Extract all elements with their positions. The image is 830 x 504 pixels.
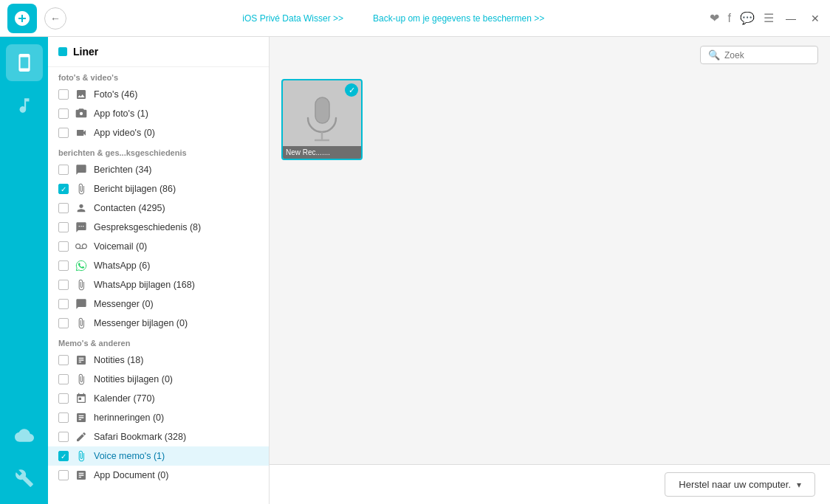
checkbox-herinneringen[interactable]	[58, 412, 69, 423]
checkbox-contacten[interactable]	[58, 203, 69, 213]
checkbox-kalender[interactable]	[58, 393, 69, 404]
tree-item-herinneringen[interactable]: herinneringen (0)	[48, 408, 269, 427]
close-button[interactable]: ✕	[808, 13, 823, 24]
tree-item-fotos[interactable]: Foto's (46)	[48, 85, 269, 104]
whatsapp-bijlagen-label: WhatsApp bijlagen (168)	[94, 280, 258, 290]
titlebar: ← iOS Privé Data Wisser >> Back-up om je…	[0, 0, 830, 37]
whatsapp-icon	[75, 259, 88, 272]
tree-item-gespreksgeschiedenis[interactable]: Gespreksgeschiedenis (8)	[48, 218, 269, 237]
nav-item-phone[interactable]	[6, 44, 43, 81]
section-label-memos: Memo's & anderen	[48, 333, 269, 351]
phone-icon	[15, 53, 34, 72]
thumb-label: New Rec.......	[283, 146, 361, 159]
tree-item-whatsapp[interactable]: WhatsApp (6)	[48, 256, 269, 275]
app-videos-icon	[75, 126, 88, 139]
checkbox-voicemail[interactable]	[58, 241, 69, 252]
notities-icon	[75, 353, 88, 367]
svg-rect-0	[315, 97, 329, 123]
menu-icon[interactable]: ☰	[764, 11, 774, 25]
checkbox-safari-bookmark[interactable]	[58, 432, 69, 442]
tree-item-app-document[interactable]: App Document (0)	[48, 466, 269, 485]
whatsapp-label: WhatsApp (6)	[94, 260, 258, 271]
nav-item-tools[interactable]	[6, 460, 43, 497]
sidebar-nav	[0, 37, 48, 504]
tree-item-app-videos[interactable]: App video's (0)	[48, 123, 269, 142]
voice-memo-icon	[75, 449, 88, 463]
back-button[interactable]: ←	[44, 7, 66, 30]
tools-icon	[15, 469, 34, 488]
checkbox-app-videos[interactable]	[58, 128, 69, 138]
search-icon: 🔍	[708, 49, 720, 61]
voicemail-icon	[75, 240, 88, 253]
checkbox-notities-bijlagen[interactable]	[58, 374, 69, 384]
bericht-bijlagen-icon	[75, 182, 88, 196]
safari-bookmark-icon	[75, 430, 88, 443]
checkbox-fotos[interactable]	[58, 89, 69, 100]
content-header: 🔍	[270, 37, 830, 73]
tree-item-app-fotos[interactable]: App foto's (1)	[48, 104, 269, 123]
tree-item-messenger-bijlagen[interactable]: Messenger bijlagen (0)	[48, 314, 269, 333]
chat-icon[interactable]: 💬	[740, 11, 755, 25]
tree-item-notities[interactable]: Notities (18)	[48, 351, 269, 370]
app-videos-label: App video's (0)	[94, 128, 258, 138]
checkbox-app-document[interactable]	[58, 470, 69, 480]
liner-dot	[58, 47, 67, 56]
checkbox-whatsapp-bijlagen[interactable]	[58, 280, 69, 290]
left-panel: Liner foto's & video's Foto's (46) App f…	[48, 37, 270, 504]
tree-item-voicemail[interactable]: Voicemail (0)	[48, 237, 269, 256]
tree-item-kalender[interactable]: Kalender (770)	[48, 389, 269, 408]
search-box[interactable]: 🔍	[700, 46, 818, 64]
restore-button[interactable]: Herstel naar uw computer. ▾	[665, 472, 815, 497]
backup-link[interactable]: Back-up om je gegevens te beschermen >>	[373, 13, 544, 24]
checkbox-bericht-bijlagen[interactable]	[58, 184, 69, 194]
microphone-graphic	[302, 96, 343, 144]
plus-icon	[13, 10, 31, 27]
content-grid: ✓ New Rec.......	[270, 73, 830, 464]
whatsapp-bijlagen-icon	[75, 278, 88, 291]
key-icon[interactable]: ❤	[710, 11, 719, 25]
minimize-button[interactable]: —	[783, 13, 799, 24]
kalender-icon	[75, 392, 88, 405]
chevron-down-icon: ▾	[797, 480, 801, 490]
titlebar-links: iOS Privé Data Wisser >> Back-up om je g…	[78, 13, 710, 24]
tree-item-contacten[interactable]: Contacten (4295)	[48, 199, 269, 218]
bericht-bijlagen-label: Bericht bijlagen (86)	[94, 184, 258, 194]
fotos-label: Foto's (46)	[94, 89, 258, 100]
tree-item-berichten[interactable]: Berichten (34)	[48, 160, 269, 179]
selection-badge: ✓	[345, 83, 358, 97]
berichten-icon	[75, 163, 88, 176]
tree-item-bericht-bijlagen[interactable]: Bericht bijlagen (86)	[48, 179, 269, 199]
tree-item-whatsapp-bijlagen[interactable]: WhatsApp bijlagen (168)	[48, 275, 269, 294]
main-layout: Liner foto's & video's Foto's (46) App f…	[0, 37, 830, 504]
messenger-icon	[75, 297, 88, 311]
checkbox-app-fotos[interactable]	[58, 108, 69, 119]
tree-item-safari-bookmark[interactable]: Safari Bookmark (328)	[48, 427, 269, 446]
checkbox-messenger-bijlagen[interactable]	[58, 318, 69, 328]
tree-item-messenger[interactable]: Messenger (0)	[48, 294, 269, 314]
music-icon	[15, 96, 34, 115]
bottom-bar: Herstel naar uw computer. ▾	[270, 464, 830, 504]
tree-scroll[interactable]: foto's & video's Foto's (46) App foto's …	[48, 67, 269, 504]
checkbox-voice-memo[interactable]	[58, 451, 69, 461]
voice-memo-label: Voice memo's (1)	[94, 451, 258, 461]
tree-item-notities-bijlagen[interactable]: Notities bijlagen (0)	[48, 370, 269, 389]
facebook-icon[interactable]: f	[728, 12, 731, 25]
nav-item-music[interactable]	[6, 87, 43, 124]
liner-header: Liner	[48, 37, 269, 67]
checkbox-notities[interactable]	[58, 355, 69, 365]
voicemail-label: Voicemail (0)	[94, 241, 258, 252]
search-input[interactable]	[724, 50, 806, 61]
ios-wisser-link[interactable]: iOS Privé Data Wisser >>	[242, 13, 343, 24]
checkbox-gespreksgeschiedenis[interactable]	[58, 222, 69, 232]
checkbox-whatsapp[interactable]	[58, 260, 69, 271]
media-thumb-new-recording[interactable]: ✓ New Rec.......	[281, 79, 363, 160]
checkbox-messenger[interactable]	[58, 299, 69, 309]
gespreksgeschiedenis-label: Gespreksgeschiedenis (8)	[94, 222, 258, 232]
nav-item-cloud[interactable]	[6, 417, 43, 454]
checkbox-berichten[interactable]	[58, 165, 69, 175]
tree-item-voice-memo[interactable]: Voice memo's (1)	[48, 446, 269, 466]
fotos-icon	[75, 88, 88, 101]
restore-label: Herstel naar uw computer.	[679, 479, 791, 490]
section-label-berichten: berichten & ges...ksgeschiedenis	[48, 142, 269, 160]
app-logo	[7, 4, 37, 33]
